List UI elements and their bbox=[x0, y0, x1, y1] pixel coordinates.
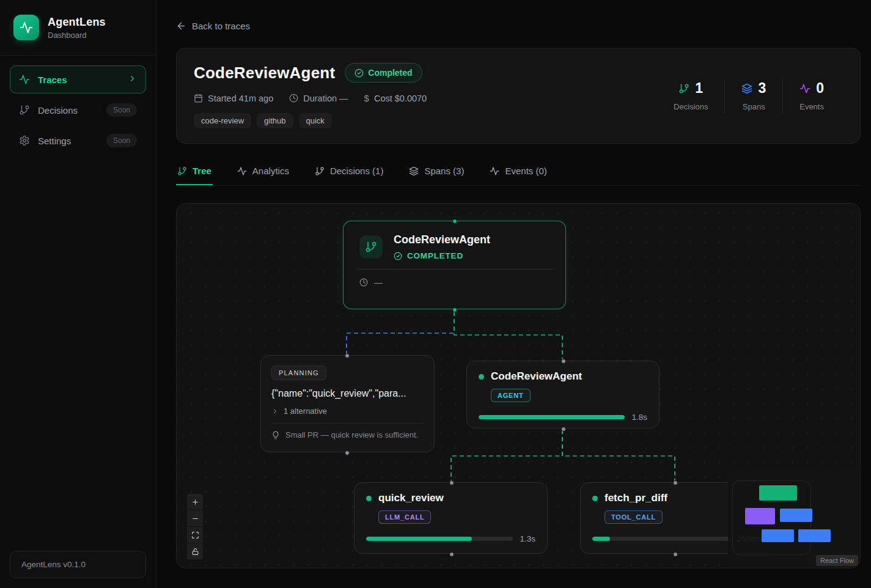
arrow-left-icon bbox=[176, 21, 186, 31]
status-dot bbox=[366, 496, 372, 501]
layers-icon bbox=[409, 166, 419, 176]
stat-decisions: 1 Decisions bbox=[657, 80, 724, 111]
tab-events[interactable]: Events (0) bbox=[488, 160, 548, 185]
node-handle[interactable] bbox=[345, 353, 350, 358]
tab-spans[interactable]: Spans (3) bbox=[408, 160, 465, 185]
tag: quick bbox=[299, 113, 332, 128]
tab-analytics[interactable]: Analytics bbox=[236, 160, 290, 185]
node-decision-planning[interactable]: PLANNING {"name":"quick_review","para...… bbox=[260, 355, 435, 452]
span-type-badge: LLM_CALL bbox=[378, 510, 431, 524]
node-duration: — bbox=[344, 270, 565, 295]
sidebar-item-settings[interactable]: Settings Soon bbox=[10, 127, 146, 155]
zoom-in-button[interactable] bbox=[187, 494, 203, 510]
minimap-node-rect bbox=[798, 529, 831, 542]
sidebar-item-label: Traces bbox=[38, 75, 120, 85]
minimap-node-rect bbox=[759, 485, 797, 501]
logo-text: AgentLens Dashboard bbox=[48, 16, 106, 40]
node-title: CodeReviewAgent bbox=[491, 370, 582, 383]
lock-icon bbox=[191, 548, 199, 556]
node-title: fetch_pr_diff bbox=[605, 492, 667, 504]
app-subtitle: Dashboard bbox=[48, 31, 106, 40]
alternatives-toggle[interactable]: 1 alternative bbox=[271, 406, 424, 416]
git-branch-icon bbox=[19, 105, 30, 116]
tab-decisions[interactable]: Decisions (1) bbox=[314, 160, 385, 185]
soon-badge: Soon bbox=[106, 103, 137, 117]
status-dot bbox=[479, 374, 484, 380]
activity-icon bbox=[490, 166, 499, 176]
status-dot bbox=[592, 496, 598, 501]
node-span-agent[interactable]: CodeReviewAgent AGENT 1.8s bbox=[466, 361, 660, 428]
stat-events: 0 Events bbox=[783, 80, 840, 111]
minimap-node-rect bbox=[762, 529, 794, 542]
git-branch-icon bbox=[177, 166, 187, 176]
fit-view-button[interactable] bbox=[187, 527, 203, 543]
stat-spans: 3 Spans bbox=[725, 80, 782, 111]
clock-icon bbox=[289, 94, 298, 103]
tags-row: code-review github quick bbox=[194, 113, 427, 128]
sidebar-item-decisions[interactable]: Decisions Soon bbox=[10, 96, 146, 124]
span-type-badge: TOOL_CALL bbox=[605, 510, 663, 524]
lightbulb-icon bbox=[271, 431, 280, 439]
sidebar: AgentLens Dashboard Traces Decisions Soo… bbox=[0, 0, 156, 588]
node-handle[interactable] bbox=[561, 359, 566, 364]
page-title: CodeReviewAgent bbox=[194, 64, 335, 83]
trace-header-card: CodeReviewAgent Completed Started 41m ag… bbox=[176, 48, 861, 144]
node-handle[interactable] bbox=[673, 552, 678, 557]
started-meta: Started 41m ago bbox=[194, 94, 273, 103]
soon-badge: Soon bbox=[106, 134, 137, 147]
sidebar-item-label: Settings bbox=[38, 136, 98, 146]
cost-meta: $ Cost $0.0070 bbox=[364, 93, 427, 103]
dollar-icon: $ bbox=[364, 93, 369, 103]
chevron-right-icon bbox=[128, 74, 137, 85]
sidebar-item-traces[interactable]: Traces bbox=[10, 65, 146, 94]
span-duration: 1.8s bbox=[631, 413, 647, 422]
minus-icon bbox=[191, 515, 199, 523]
git-branch-icon bbox=[359, 235, 383, 259]
sidebar-item-label: Decisions bbox=[38, 105, 98, 116]
minimap-node-rect bbox=[745, 508, 775, 524]
clock-icon bbox=[359, 278, 368, 287]
node-span-quick-review[interactable]: quick_review LLM_CALL 1.3s bbox=[354, 482, 548, 554]
sidebar-header: AgentLens Dashboard bbox=[0, 0, 156, 56]
git-branch-icon bbox=[678, 83, 689, 94]
back-to-traces-link[interactable]: Back to traces bbox=[176, 21, 250, 31]
version-box: AgentLens v0.1.0 bbox=[10, 551, 146, 578]
decision-content: {"name":"quick_review","para... bbox=[271, 388, 424, 399]
node-handle[interactable] bbox=[561, 427, 566, 432]
node-status: COMPLETED bbox=[394, 251, 490, 260]
react-flow-attribution[interactable]: React Flow bbox=[816, 555, 858, 566]
zoom-out-button[interactable] bbox=[187, 510, 203, 526]
node-handle[interactable] bbox=[673, 480, 678, 485]
layers-icon bbox=[741, 83, 752, 94]
node-handle[interactable] bbox=[449, 552, 454, 557]
node-root-agent[interactable]: CodeReviewAgent COMPLETED — bbox=[343, 221, 566, 309]
node-handle[interactable] bbox=[452, 219, 457, 224]
node-handle[interactable] bbox=[345, 450, 350, 455]
span-type-badge: AGENT bbox=[491, 389, 531, 402]
back-label: Back to traces bbox=[192, 21, 250, 31]
node-title: CodeReviewAgent bbox=[394, 233, 490, 246]
plus-icon bbox=[191, 498, 199, 506]
sidebar-nav: Traces Decisions Soon Settings Soon bbox=[0, 56, 156, 155]
check-circle-icon bbox=[394, 252, 402, 260]
flow-canvas[interactable]: CodeReviewAgent COMPLETED — bbox=[176, 203, 861, 568]
node-handle[interactable] bbox=[449, 480, 454, 485]
lock-button[interactable] bbox=[187, 543, 203, 559]
trace-stats: 1 Decisions 3 Spans 0 bbox=[657, 63, 843, 128]
flow-minimap[interactable] bbox=[728, 468, 860, 568]
progress-bar bbox=[592, 537, 730, 541]
app-root: AgentLens Dashboard Traces Decisions Soo… bbox=[0, 0, 871, 588]
node-title: quick_review bbox=[378, 492, 444, 504]
flow-controls bbox=[187, 494, 203, 559]
status-badge: Completed bbox=[345, 63, 422, 83]
tag: github bbox=[257, 113, 293, 128]
agentlens-logo-icon bbox=[13, 15, 39, 40]
fit-view-icon bbox=[191, 531, 199, 539]
tab-bar: Tree Analytics Decisions (1) Spans (3) E… bbox=[176, 160, 861, 186]
decision-type-badge: PLANNING bbox=[271, 366, 326, 380]
node-handle[interactable] bbox=[452, 307, 457, 312]
calendar-icon bbox=[194, 94, 203, 103]
tab-tree[interactable]: Tree bbox=[176, 160, 213, 185]
check-circle-icon bbox=[355, 68, 364, 78]
gear-icon bbox=[19, 135, 30, 146]
